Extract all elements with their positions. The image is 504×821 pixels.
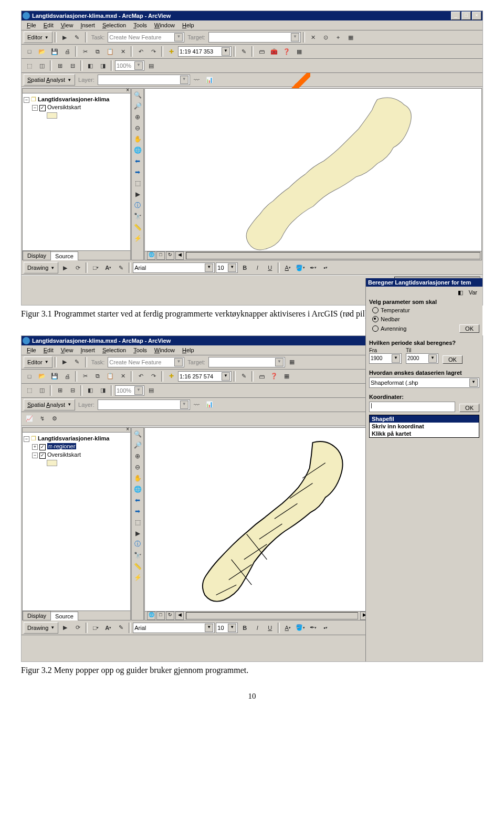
text-tool-icon[interactable]: A▾ — [102, 262, 114, 273]
select-element-icon[interactable]: ▶ — [59, 622, 71, 634]
tree-collapse-icon[interactable]: − — [32, 452, 38, 458]
geo-btn3-icon[interactable]: ⊞ — [54, 60, 66, 71]
tree-expand-icon[interactable]: + — [32, 444, 38, 450]
save-icon[interactable]: 💾 — [49, 46, 60, 57]
paste-icon[interactable]: 📋 — [104, 371, 116, 382]
maximize-button[interactable]: □ — [461, 12, 471, 20]
scale-combo[interactable]: 1:16 257 574▼ — [178, 371, 232, 382]
edit-tool-arrow-icon[interactable]: ▶ — [59, 31, 70, 43]
model-builder-icon[interactable]: ▦ — [281, 371, 292, 382]
list-item-klikk[interactable]: Klikk på kartet — [370, 430, 479, 437]
toc-close-icon[interactable]: × — [126, 87, 129, 93]
measure-icon[interactable]: 📏 — [132, 222, 143, 233]
underline-icon[interactable]: U — [264, 262, 276, 273]
menu-selection[interactable]: Selection — [99, 346, 129, 354]
sketch-props-icon[interactable]: ⊙ — [320, 31, 331, 43]
geo-btn6-icon[interactable]: ◨ — [97, 60, 109, 71]
next-extent-icon[interactable]: ➡ — [132, 167, 143, 177]
geo-btn6-icon[interactable]: ◨ — [97, 385, 109, 396]
editor-dropdown[interactable]: Editor▼ — [24, 356, 52, 368]
task-combo[interactable]: Create New Feature▼ — [108, 32, 184, 43]
tab-source[interactable]: Source — [50, 251, 78, 260]
layer-checkbox[interactable]: ✓ — [39, 105, 46, 111]
marker-color-icon[interactable]: •▾ — [320, 262, 331, 273]
toc-layer-label[interactable]: Oversiktskart — [47, 451, 81, 458]
sa-tool2-icon[interactable]: 📊 — [204, 74, 215, 86]
delete-icon[interactable]: ✕ — [117, 371, 129, 382]
geo-btn3-icon[interactable]: ⊞ — [54, 385, 66, 396]
menu-view[interactable]: View — [58, 346, 77, 354]
geo-btn5-icon[interactable]: ◧ — [85, 385, 96, 396]
italic-icon[interactable]: I — [251, 622, 263, 634]
scale-combo[interactable]: 1:19 417 353▼ — [178, 46, 232, 57]
fill-color-icon[interactable]: 🪣▾ — [295, 622, 306, 634]
identify-icon[interactable]: ⓘ — [132, 539, 143, 550]
pause-drawing-icon[interactable]: ◀ — [175, 251, 184, 260]
hyperlink-icon[interactable]: ⚡ — [132, 572, 143, 583]
edit-options-icon[interactable]: ▦ — [345, 31, 356, 43]
layer-checkbox[interactable]: ✓ — [39, 444, 46, 450]
task-combo[interactable]: Create New Feature▼ — [108, 357, 184, 367]
editor-dropdown[interactable]: Editor▼ — [24, 31, 52, 43]
select-features-icon[interactable]: ⬚ — [132, 517, 143, 528]
open-icon[interactable]: 📂 — [36, 46, 48, 57]
menu-selection[interactable]: Selection — [99, 22, 129, 29]
menu-view[interactable]: View — [58, 22, 77, 29]
menu-help[interactable]: Help — [179, 346, 197, 354]
cut-icon[interactable]: ✂ — [79, 371, 91, 382]
radio-nedbor[interactable]: Nedbør — [369, 315, 479, 323]
delete-icon[interactable]: ✕ — [117, 46, 129, 57]
fixed-zoom-out-icon[interactable]: ⊖ — [132, 462, 143, 472]
toggle-toc-icon[interactable]: ▤ — [145, 385, 157, 396]
rotate-icon[interactable]: ⟳ — [72, 622, 83, 634]
list-item-shapefil[interactable]: Shapefil — [370, 415, 479, 423]
spatial-analyst-dropdown[interactable]: Spatial Analyst▼ — [24, 399, 75, 410]
zoom-in-icon[interactable]: 🔍 — [132, 90, 143, 100]
layer-combo[interactable]: ▼ — [98, 75, 190, 85]
find-icon[interactable]: 🔭 — [132, 211, 143, 222]
print-icon[interactable]: 🖨 — [61, 371, 73, 382]
paste-icon[interactable]: 📋 — [104, 46, 116, 57]
arctoolbox-icon[interactable]: 🧰 — [268, 46, 280, 57]
refresh-icon[interactable]: ↻ — [166, 612, 174, 620]
menu-window[interactable]: Window — [151, 22, 178, 29]
help-icon[interactable]: ❓ — [281, 46, 292, 57]
font-combo[interactable]: Arial▼ — [133, 262, 215, 273]
layout-view-icon[interactable]: □ — [156, 612, 165, 620]
zoom-out-icon[interactable]: 🔎 — [132, 440, 143, 450]
refresh-icon[interactable]: ↻ — [166, 251, 174, 260]
help-icon[interactable]: ❓ — [268, 371, 280, 382]
open-icon[interactable]: 📂 — [36, 371, 48, 382]
edit-vertices-icon[interactable]: ✎ — [115, 622, 127, 634]
next-extent-icon[interactable]: ➡ — [132, 506, 143, 517]
radio-avrenning[interactable]: Avrenning — [369, 325, 459, 332]
sa-tool1-icon[interactable]: 〰 — [191, 399, 203, 410]
underline-icon[interactable]: U — [264, 622, 276, 634]
new-icon[interactable]: □ — [24, 46, 35, 57]
edit-opts-icon[interactable]: ▦ — [286, 356, 298, 368]
geo-btn1-icon[interactable]: ⬚ — [24, 385, 35, 396]
geo-btn1-icon[interactable]: ⬚ — [24, 60, 35, 71]
minimize-button[interactable]: _ — [451, 12, 460, 20]
menu-edit[interactable]: Edit — [40, 22, 57, 29]
rectangle-icon[interactable]: □▾ — [90, 622, 101, 634]
menu-file[interactable]: File — [24, 22, 39, 29]
select-elements-icon[interactable]: ▶ — [132, 528, 143, 539]
add-data-icon[interactable]: ✚ — [165, 46, 177, 57]
fixed-zoom-out-icon[interactable]: ⊖ — [132, 123, 143, 133]
font-size-combo[interactable]: 10▼ — [216, 262, 238, 273]
zoom-pct-combo[interactable]: 100%▼ — [115, 60, 144, 71]
tree-collapse-icon[interactable]: − — [24, 436, 29, 442]
zoom-in-icon[interactable]: 🔍 — [132, 429, 143, 439]
editor-toolbar-icon[interactable]: ✎ — [238, 371, 249, 382]
hyperlink-icon[interactable]: ⚡ — [132, 233, 143, 244]
editor-toolbar-icon[interactable]: ✎ — [238, 46, 249, 57]
rotate-icon[interactable]: ⟳ — [72, 262, 83, 273]
drawing-dropdown[interactable]: Drawing▼ — [24, 262, 58, 273]
pan-icon[interactable]: ✋ — [132, 134, 143, 144]
geo-btn5-icon[interactable]: ◧ — [85, 60, 96, 71]
font-size-combo[interactable]: 10▼ — [216, 623, 238, 633]
til-combo[interactable]: 2000▼ — [406, 353, 438, 364]
redo-icon[interactable]: ↷ — [148, 371, 159, 382]
text-tool-icon[interactable]: A▾ — [102, 622, 114, 634]
